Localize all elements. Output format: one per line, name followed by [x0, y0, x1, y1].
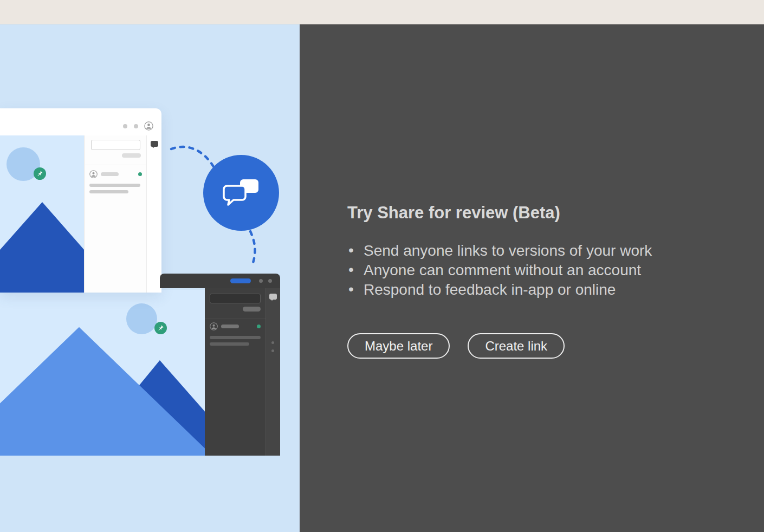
chat-bubbles-badge [203, 155, 279, 231]
create-link-button[interactable]: Create link [468, 333, 565, 359]
feature-list: Send anyone links to versions of your wo… [347, 241, 742, 300]
feature-item: Anyone can comment without an account [347, 261, 742, 280]
avatar-icon [89, 170, 98, 178]
illustration-panel [0, 24, 300, 532]
dialog-panel: Try Share for review (Beta) Send anyone … [300, 24, 764, 532]
light-window-mockup [0, 108, 161, 293]
mountain-light [0, 290, 205, 456]
divider [205, 319, 266, 319]
app-titlebar-strip [0, 0, 764, 24]
window-dot [268, 279, 272, 283]
feature-item: Respond to feedback in-app or online [347, 280, 742, 300]
toolbar-strip-light [146, 135, 161, 293]
window-dot [123, 124, 127, 128]
toolbar-dot [271, 349, 274, 352]
name-placeholder-bar [221, 325, 239, 328]
comment-mode-icon [151, 141, 158, 147]
submit-pill [122, 153, 141, 158]
sun-circle [126, 303, 157, 334]
artboard-small [0, 135, 84, 293]
status-dot [257, 325, 261, 328]
share-for-review-screen: Try Share for review (Beta) Send anyone … [0, 0, 764, 532]
avatar-icon [210, 322, 218, 330]
comment-input-field [210, 294, 261, 303]
maybe-later-button[interactable]: Maybe later [347, 333, 450, 359]
pin-icon [34, 167, 46, 180]
feature-item: Send anyone links to versions of your wo… [347, 241, 742, 261]
artboard-large [0, 290, 205, 456]
text-placeholder-bar [89, 190, 128, 193]
status-dot [138, 172, 142, 176]
chat-bubbles-icon [221, 177, 262, 209]
name-placeholder-bar [101, 172, 119, 176]
divider [85, 165, 146, 165]
text-placeholder-bar [89, 184, 140, 187]
avatar-icon [144, 121, 153, 131]
pin-icon [154, 322, 167, 334]
comments-panel-dark [205, 288, 266, 456]
window-dot [259, 279, 263, 283]
main-area: Try Share for review (Beta) Send anyone … [0, 24, 764, 532]
dialog-title: Try Share for review (Beta) [347, 203, 742, 223]
comment-mode-icon [269, 294, 277, 300]
pushpin-glyph [157, 325, 164, 332]
titlebar-pill [230, 278, 251, 283]
comment-input-field [91, 140, 140, 150]
dialog-buttons: Maybe later Create link [347, 333, 742, 359]
submit-pill [243, 307, 261, 312]
text-placeholder-bar [210, 336, 261, 339]
text-placeholder-bar [210, 342, 249, 346]
window-dot [134, 124, 138, 128]
toolbar-dot [271, 341, 274, 344]
toolbar-strip-dark [266, 288, 280, 456]
dark-window-titlebar [160, 274, 280, 288]
comments-panel-light [84, 135, 146, 293]
